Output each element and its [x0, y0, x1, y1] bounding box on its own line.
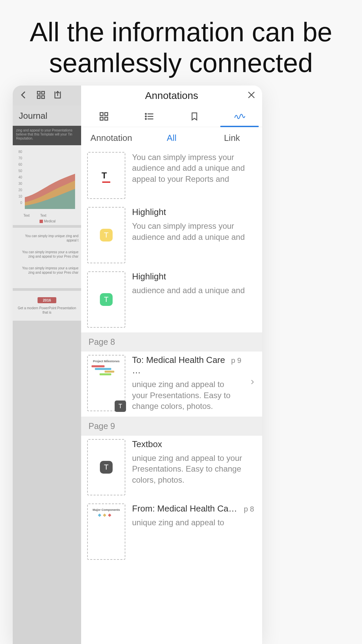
filter-tab-link[interactable]: Link [202, 127, 262, 149]
annotation-title: Highlight [132, 207, 166, 217]
annotation-text: unique zing and appeal to your Presentat… [132, 453, 254, 485]
svg-point-8 [145, 113, 146, 114]
tab-list[interactable] [126, 106, 172, 127]
filter-tabs: Annotation All Link [81, 127, 262, 149]
year-subtitle: Get a modern PowerPoint Presentation tha… [15, 306, 78, 315]
annotation-list[interactable]: T You can simply impress your audience a… [81, 149, 262, 644]
document-strip: Journal zing and appeal to your Presenta… [13, 86, 81, 644]
view-mode-tabs [81, 106, 262, 127]
panel-title: Annotations [145, 90, 198, 101]
tab-scribble[interactable] [217, 106, 262, 127]
chevron-right-icon [249, 377, 255, 389]
annotation-page-ref: p 9 [231, 356, 241, 365]
grid-icon[interactable] [36, 90, 46, 101]
svg-rect-6 [100, 117, 103, 120]
svg-point-10 [145, 116, 146, 117]
close-icon[interactable] [247, 90, 256, 101]
text-underline-icon: T [102, 170, 111, 181]
annotation-thumb: Project Milestones T [87, 355, 125, 411]
back-icon[interactable] [19, 90, 29, 101]
left-toolbar [13, 86, 81, 106]
annotation-title: Highlight [132, 271, 166, 282]
annotation-item[interactable]: T Highlight audience and add a unique an… [81, 268, 262, 332]
annotation-item[interactable]: T Highlight You can simply impress your … [81, 204, 262, 268]
annotation-page-ref: p 8 [244, 505, 254, 514]
annotation-thumb: T [87, 271, 125, 328]
annotation-text: unique zing and appeal to your Presentat… [132, 379, 241, 412]
highlight-yellow-icon: T [100, 229, 113, 241]
annotation-text: audience and add a unique and [132, 285, 254, 296]
svg-point-12 [145, 118, 146, 119]
slide-year: 2016 Get a modern PowerPoint Presentatio… [13, 291, 81, 321]
chart-legend: Medical [16, 219, 79, 223]
annotation-text: You can simply impress your audience and… [132, 221, 254, 243]
slide-dark: zing and appeal to your Presentations be… [13, 126, 81, 145]
filter-tab-annotation[interactable]: Annotation [81, 127, 141, 149]
svg-rect-1 [42, 92, 44, 94]
annotation-text: You can simply impress your audience and… [132, 152, 254, 184]
chart-x-labels: TextText [23, 214, 79, 217]
svg-marker-16 [108, 514, 111, 517]
marketing-headline: All the information can be seamlessly co… [0, 17, 362, 78]
annotation-thumb: T [87, 439, 125, 495]
year-badge: 2016 [38, 297, 56, 303]
tab-grid[interactable] [81, 106, 126, 127]
annotation-item[interactable]: Major Components From: Medical Health Ca… [81, 500, 262, 565]
annotation-item[interactable]: Project Milestones T To: Medical Health … [81, 352, 262, 417]
textbox-badge-icon: T [115, 400, 126, 412]
area-chart [25, 149, 75, 212]
svg-rect-0 [38, 92, 40, 94]
textbox-icon: T [100, 461, 113, 474]
svg-rect-3 [42, 96, 44, 98]
journal-title: Journal [13, 106, 81, 126]
annotation-thumb: Major Components [87, 503, 125, 560]
page-divider-8: Page 8 [81, 332, 262, 352]
highlight-green-icon: T [100, 293, 113, 306]
svg-marker-15 [103, 514, 106, 517]
annotation-thumb: T [87, 152, 125, 199]
svg-rect-4 [100, 112, 103, 115]
thumb-doc-title: Project Milestones [90, 360, 123, 363]
thumb-doc-title: Major Components [90, 508, 123, 512]
tab-bookmark[interactable] [172, 106, 217, 127]
annotation-item[interactable]: T You can simply impress your audience a… [81, 149, 262, 204]
annotation-text: unique zing and appeal to [132, 517, 254, 528]
annotation-thumb: T [87, 207, 125, 263]
annotations-panel: Annotations Annot [81, 86, 262, 644]
page-divider-9: Page 9 [81, 417, 262, 436]
annotation-title: From: Medical Health Ca… [132, 503, 237, 514]
svg-rect-5 [105, 112, 108, 115]
export-icon[interactable] [53, 90, 62, 101]
annotation-item[interactable]: T Textbox unique zing and appeal to your… [81, 436, 262, 500]
filter-tab-all[interactable]: All [141, 127, 202, 149]
svg-rect-7 [105, 117, 108, 120]
annotation-title: Textbox [132, 439, 162, 449]
chart-y-ticks: 80706050403020100 [16, 149, 22, 206]
panel-header: Annotations [81, 86, 262, 106]
app-frame: Journal zing and appeal to your Presenta… [13, 86, 262, 644]
annotation-title: To: Medical Health Care … [132, 355, 228, 376]
svg-rect-2 [38, 96, 40, 98]
slide-chart: 80706050403020100 TextText Medical [13, 145, 81, 225]
slide-text: You can simply imp unique zing and appea… [13, 228, 81, 288]
svg-marker-14 [98, 514, 101, 517]
